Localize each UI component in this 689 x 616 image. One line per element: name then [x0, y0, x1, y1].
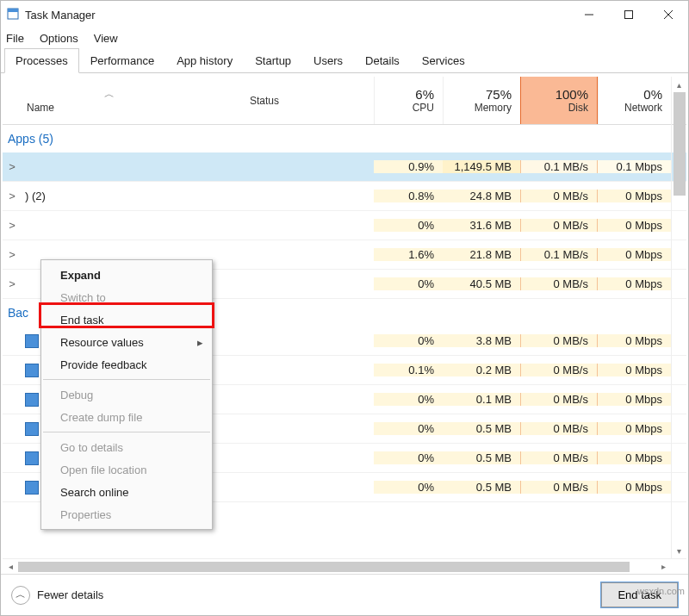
app-icon [6, 7, 20, 23]
cpu-cell: 1.6% [374, 248, 443, 261]
disk-cell: 0 MB/s [520, 422, 598, 435]
scroll-left-icon[interactable]: ◂ [3, 559, 18, 575]
ctx-expand[interactable]: Expand [41, 264, 212, 286]
cpu-cell: 0.8% [374, 190, 443, 202]
scroll-right-icon[interactable]: ▸ [655, 559, 671, 575]
scroll-thumb[interactable] [673, 92, 686, 196]
cpu-cell: 0% [374, 451, 443, 464]
mem-cell: 0.2 MB [443, 364, 520, 376]
mem-cell: 3.8 MB [443, 334, 520, 347]
net-cell: 0 Mbps [598, 481, 671, 494]
task-manager-window: Task Manager File Options View Processes… [0, 0, 689, 616]
scroll-down-icon[interactable]: ▾ [672, 543, 687, 558]
cpu-cell: 0% [374, 334, 443, 347]
expand-chevron-icon[interactable]: > [3, 248, 22, 261]
tab-startup[interactable]: Startup [244, 48, 302, 73]
mem-cell: 24.8 MB [443, 190, 520, 202]
ctx-resource[interactable]: Resource values▸ [41, 331, 212, 353]
mem-cell: 0.5 MB [443, 451, 520, 464]
net-cell: 0 Mbps [598, 334, 671, 347]
table-row[interactable]: >0.9%1,149.5 MB0.1 MB/s0.1 Mbps [3, 152, 686, 182]
menu-file[interactable]: File [6, 32, 24, 45]
disk-cell: 0 MB/s [520, 364, 598, 376]
vertical-scrollbar[interactable]: ▴ ▾ [671, 77, 686, 558]
cpu-cell: 0.1% [374, 364, 443, 376]
disk-cell: 0 MB/s [520, 334, 598, 347]
process-icon [25, 422, 39, 436]
mem-cell: 21.8 MB [443, 248, 520, 261]
ctx-props: Properties [41, 503, 212, 526]
net-cell: 0 Mbps [598, 219, 671, 232]
col-network[interactable]: 0% Network [598, 77, 671, 124]
fewer-details-button[interactable]: ︿ Fewer details [11, 586, 103, 605]
disk-cell: 0 MB/s [520, 190, 598, 202]
net-cell: 0 Mbps [598, 248, 671, 261]
process-icon [25, 451, 39, 465]
menu-options[interactable]: Options [40, 32, 78, 45]
scroll-up-icon[interactable]: ▴ [672, 77, 687, 92]
expand-chevron-icon[interactable]: > [3, 160, 22, 173]
table-row[interactable]: >) (2)0.8%24.8 MB0 MB/s0 Mbps [3, 182, 686, 211]
tab-processes[interactable]: Processes [4, 48, 79, 73]
col-memory[interactable]: 75% Memory [443, 77, 520, 124]
tab-services[interactable]: Services [411, 48, 476, 73]
net-cell: 0 Mbps [598, 451, 671, 464]
disk-cell: 0 MB/s [520, 451, 598, 464]
tab-apphistory[interactable]: App history [165, 48, 244, 73]
disk-cell: 0 MB/s [520, 219, 598, 232]
menu-view[interactable]: View [94, 32, 118, 45]
ctx-details: Go to details [41, 436, 212, 458]
sort-chevron-icon: ︿ [104, 87, 115, 102]
submenu-arrow-icon: ▸ [197, 336, 203, 349]
table-row[interactable]: >0%31.6 MB0 MB/s0 Mbps [3, 211, 686, 240]
net-cell: 0 Mbps [598, 393, 671, 406]
disk-cell: 0 MB/s [520, 481, 598, 494]
cpu-cell: 0% [374, 481, 443, 494]
ctx-search[interactable]: Search online [41, 481, 212, 503]
net-cell: 0 Mbps [598, 190, 671, 202]
expand-chevron-icon[interactable]: > [3, 219, 22, 232]
cpu-cell: 0% [374, 219, 443, 232]
mem-cell: 31.6 MB [443, 219, 520, 232]
col-disk[interactable]: 100% Disk [520, 77, 598, 124]
close-button[interactable] [649, 1, 688, 28]
cpu-cell: 0% [374, 422, 443, 435]
process-icon [25, 393, 39, 407]
ctx-endtask[interactable]: End task [41, 308, 212, 331]
tab-details[interactable]: Details [354, 48, 411, 73]
tab-performance[interactable]: Performance [79, 48, 165, 73]
col-cpu[interactable]: 6% CPU [374, 77, 443, 124]
expand-chevron-icon[interactable]: > [3, 190, 22, 202]
mem-cell: 0.1 MB [443, 393, 520, 406]
tab-users[interactable]: Users [302, 48, 354, 73]
titlebar: Task Manager [1, 1, 688, 28]
horizontal-scrollbar[interactable]: ◂ ▸ [3, 558, 686, 574]
content: ︿ Name Status 6% CPU 75% Memory 100% Dis… [1, 73, 688, 574]
disk-cell: 0 MB/s [520, 393, 598, 406]
process-icon [25, 481, 39, 495]
disk-cell: 0.1 MB/s [520, 160, 598, 173]
cpu-cell: 0.9% [374, 160, 443, 173]
ctx-openloc: Open file location [41, 458, 212, 481]
mem-cell: 0.5 MB [443, 422, 520, 435]
ctx-feedback[interactable]: Provide feedback [41, 353, 212, 376]
net-cell: 0 Mbps [598, 277, 671, 290]
menubar: File Options View [1, 28, 688, 48]
process-icon [25, 364, 39, 377]
minimize-button[interactable] [569, 1, 609, 28]
footer: ︿ Fewer details End task [1, 574, 688, 615]
expand-chevron-icon[interactable]: > [3, 277, 22, 290]
ctx-dump: Create dump file [41, 406, 212, 428]
context-menu: Expand Switch to End task Resource value… [40, 259, 213, 530]
ctx-debug: Debug [41, 383, 212, 406]
net-cell: 0 Mbps [598, 364, 671, 376]
col-name[interactable]: ︿ Name [22, 77, 245, 124]
end-task-button[interactable]: End task [601, 582, 678, 607]
svg-rect-3 [625, 11, 633, 19]
col-status[interactable]: Status [245, 77, 374, 124]
maximize-button[interactable] [609, 1, 649, 28]
header-row: ︿ Name Status 6% CPU 75% Memory 100% Dis… [3, 77, 686, 125]
hscroll-thumb[interactable] [18, 562, 630, 572]
net-cell: 0.1 Mbps [598, 160, 671, 173]
group-apps[interactable]: Apps (5) [3, 125, 686, 152]
